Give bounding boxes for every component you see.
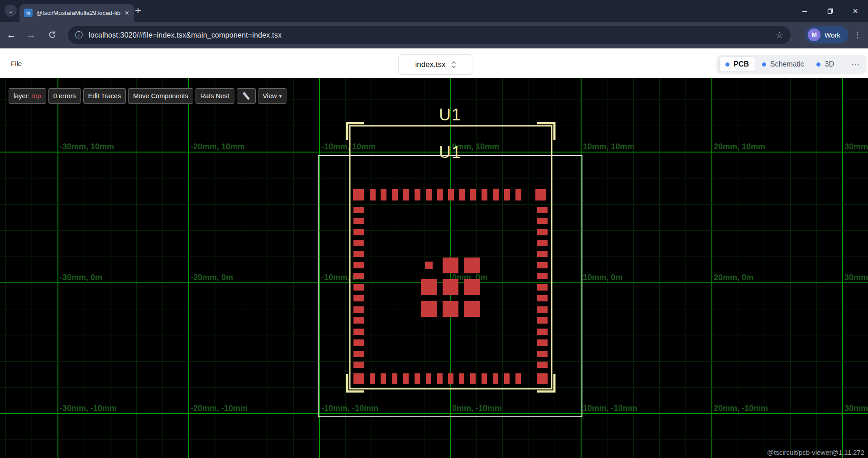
pad[interactable] [464,279,480,295]
pad[interactable] [403,189,409,200]
address-bar[interactable]: ⓘ localhost:3020/#file=index.tsx&main_co… [68,26,791,44]
pad[interactable] [437,373,443,384]
browser-tab[interactable]: ts @tsci/MustafaMulla29.kicad-lib × [19,4,134,22]
url-text[interactable]: localhost:3020/#file=index.tsx&main_comp… [89,31,776,39]
pad[interactable] [421,301,437,317]
pad[interactable] [415,189,420,200]
profile-chip[interactable]: M Work [806,26,848,43]
pad[interactable] [353,240,364,246]
back-button[interactable]: ← [4,27,19,43]
pad[interactable] [426,189,432,200]
pad[interactable] [353,317,364,324]
pad[interactable] [353,329,364,335]
pad[interactable] [482,373,487,384]
pad[interactable] [381,373,386,384]
pad[interactable] [353,189,364,200]
pad[interactable] [370,189,376,200]
more-views-button[interactable]: ⋯ [847,59,864,70]
errors-button[interactable]: 0 errors [48,88,81,104]
pad[interactable] [459,189,465,200]
pad[interactable] [537,306,548,313]
pad[interactable] [353,362,364,368]
pad[interactable] [426,373,431,384]
new-tab-button[interactable]: + [131,4,145,17]
pad[interactable] [504,189,510,200]
pad[interactable] [537,262,548,268]
pad[interactable] [464,258,480,273]
pad[interactable] [482,189,487,200]
rats-nest-button[interactable]: Rats Nest [196,88,234,104]
pad[interactable] [537,240,548,246]
pad[interactable] [537,229,548,235]
pad[interactable] [392,373,397,384]
pad[interactable] [537,273,548,279]
forward-button[interactable]: → [24,27,39,43]
pad[interactable] [493,189,499,200]
minimize-button[interactable]: – [792,0,817,22]
edit-traces-button[interactable]: Edit Traces [83,88,126,104]
pad[interactable] [470,373,476,384]
tab-search-button[interactable]: ⌄ [5,5,17,17]
pad[interactable] [537,373,548,384]
pad[interactable] [537,251,548,257]
pad[interactable] [353,295,364,301]
restore-button[interactable] [817,0,843,22]
pad[interactable] [437,189,443,200]
pad[interactable] [459,373,464,384]
pad[interactable] [353,339,364,346]
pad[interactable] [537,351,548,357]
pad[interactable] [470,189,476,200]
pad[interactable] [353,351,364,357]
pad[interactable] [353,273,364,279]
pad[interactable] [537,295,548,301]
tab-schematic[interactable]: Schematic [756,57,810,72]
pad[interactable] [353,306,364,313]
file-menu[interactable]: File [11,48,22,78]
pad[interactable] [443,301,458,317]
pad[interactable] [537,329,548,335]
pad[interactable] [353,373,364,384]
move-components-button[interactable]: Move Components [128,88,193,104]
pad[interactable] [353,218,364,224]
pad[interactable] [515,373,521,384]
pad[interactable] [493,373,498,384]
pad[interactable] [504,373,510,384]
pad[interactable] [403,373,409,384]
pad[interactable] [537,362,548,368]
close-window-button[interactable]: × [843,0,868,22]
pad[interactable] [535,189,546,200]
pad[interactable] [448,189,454,200]
pad[interactable] [443,258,458,273]
pad[interactable] [353,262,364,268]
layer-button[interactable]: layer: top [9,88,46,104]
view-dropdown-button[interactable]: View ▾ [258,88,287,104]
pad[interactable] [464,301,480,317]
pad[interactable] [443,279,458,295]
file-selector-dropdown[interactable]: index.tsx [398,54,473,75]
pad[interactable] [392,189,398,200]
tab-3d[interactable]: 3D [811,57,839,72]
pad[interactable] [353,229,364,235]
pcb-canvas-area[interactable]: -30mm, 10mm-20mm, 10mm-10mm, 10mm0mm, 10… [0,78,868,458]
edit-tool-button[interactable] [237,88,256,104]
pad[interactable] [537,284,548,291]
pad[interactable] [415,373,420,384]
tab-pcb[interactable]: PCB [719,57,755,72]
pad[interactable] [537,218,548,224]
reload-button[interactable] [44,27,60,43]
tab-close-icon[interactable]: × [124,9,130,17]
pad[interactable] [515,189,521,200]
pad[interactable] [448,373,453,384]
pad[interactable] [370,373,375,384]
pcb-render-surface[interactable]: -30mm, 10mm-20mm, 10mm-10mm, 10mm0mm, 10… [0,78,868,458]
browser-menu-button[interactable]: ⋮ [850,27,865,43]
pad[interactable] [425,262,433,269]
pad[interactable] [381,189,386,200]
site-info-icon[interactable]: ⓘ [75,30,83,40]
pad[interactable] [353,251,364,257]
pad[interactable] [421,279,437,295]
bookmark-star-icon[interactable]: ☆ [776,30,783,40]
pad[interactable] [537,339,548,346]
pad[interactable] [353,284,364,291]
pad[interactable] [353,207,364,213]
